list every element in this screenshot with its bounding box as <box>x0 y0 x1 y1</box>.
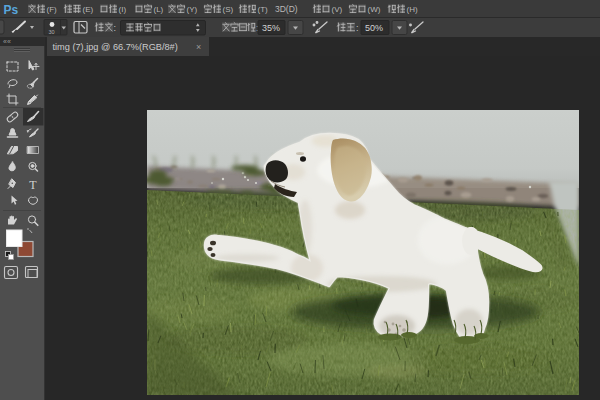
svg-text:Ps: Ps <box>4 3 19 17</box>
svg-text:T: T <box>29 178 37 192</box>
svg-text:×: × <box>196 42 201 52</box>
svg-text:(Y): (Y) <box>187 5 198 14</box>
svg-text:50%: 50% <box>365 23 383 33</box>
svg-text:30: 30 <box>49 29 55 35</box>
svg-text:(S): (S) <box>223 5 234 14</box>
svg-text:(I): (I) <box>119 5 127 14</box>
svg-text:(E): (E) <box>83 5 94 14</box>
svg-text:3D(D): 3D(D) <box>275 4 298 14</box>
svg-text:(F): (F) <box>47 5 58 14</box>
svg-text:timg (7).jpg @ 66.7%(RGB/8#): timg (7).jpg @ 66.7%(RGB/8#) <box>53 42 178 52</box>
svg-text:(V): (V) <box>332 5 343 14</box>
svg-text:35%: 35% <box>262 23 280 33</box>
svg-text::: : <box>114 23 117 33</box>
svg-text:(H): (H) <box>407 5 418 14</box>
svg-text:(W): (W) <box>368 5 381 14</box>
svg-text:(L): (L) <box>154 5 164 14</box>
svg-text:««: «« <box>3 38 11 45</box>
svg-text::: : <box>356 23 359 33</box>
svg-text:(T): (T) <box>258 5 269 14</box>
